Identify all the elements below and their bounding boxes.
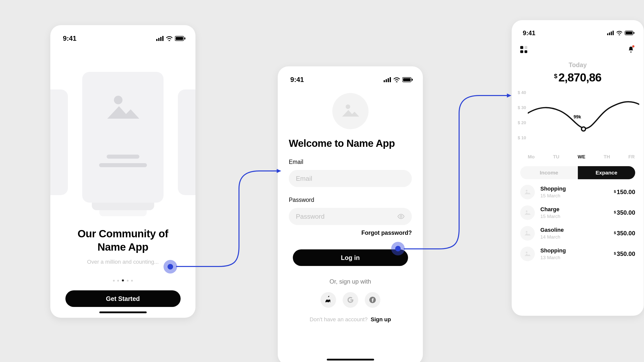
home-indicator	[99, 311, 147, 313]
wifi-icon	[616, 31, 623, 35]
transaction-icon	[520, 247, 535, 261]
svg-rect-21	[613, 31, 614, 35]
day-mo[interactable]: Mo	[528, 154, 535, 160]
transaction-list: Shopping15 March $150.00 Charge15 March …	[520, 185, 635, 261]
login-title: Welcome to Name App	[289, 138, 412, 149]
chart-svg	[528, 89, 639, 150]
status-bar: 9:41	[278, 66, 423, 85]
transaction-row[interactable]: Shopping13 March $350.00	[520, 247, 635, 261]
svg-point-29	[526, 251, 528, 253]
email-field[interactable]	[296, 175, 405, 183]
svg-point-27	[526, 210, 528, 212]
status-icons	[607, 31, 635, 35]
transaction-date: 15 March	[540, 214, 614, 219]
svg-rect-13	[403, 78, 411, 81]
svg-marker-31	[507, 94, 511, 98]
y-tick: $ 30	[518, 105, 526, 110]
signup-link[interactable]: Sign up	[371, 316, 391, 323]
notifications-button[interactable]	[627, 45, 635, 54]
cellular-icon	[384, 77, 391, 82]
balance-amount: $2,870,86	[512, 71, 644, 84]
svg-point-15	[346, 105, 350, 109]
status-time: 9:41	[523, 29, 535, 37]
cellular-icon	[156, 36, 164, 41]
google-icon	[347, 296, 354, 303]
svg-rect-2	[160, 37, 162, 41]
svg-rect-20	[611, 32, 612, 35]
transaction-amount: $350.00	[614, 230, 635, 237]
spending-chart[interactable]: $ 40 $ 30 $ 20 $ 10 99k Mo TU WE TH FR	[516, 89, 639, 160]
svg-rect-9	[386, 79, 387, 82]
email-label: Email	[289, 159, 412, 165]
transaction-icon	[520, 185, 535, 199]
svg-rect-3	[162, 36, 164, 41]
tab-expense[interactable]: Expance	[578, 166, 635, 179]
y-tick: $ 20	[518, 120, 526, 125]
svg-rect-10	[388, 78, 389, 82]
home-indicator	[327, 359, 374, 360]
svg-rect-23	[626, 32, 632, 34]
svg-rect-8	[384, 80, 385, 82]
transaction-date: 13 March	[540, 255, 614, 260]
transaction-row[interactable]: Gasoline14 March $350.00	[520, 226, 635, 241]
balance-value: 2,870,86	[558, 71, 601, 84]
dashboard-topbar	[512, 39, 644, 54]
svg-point-25	[581, 127, 585, 131]
login-button[interactable]: Log in	[293, 249, 408, 266]
tab-income[interactable]: Income	[520, 166, 578, 179]
svg-point-16	[400, 215, 402, 217]
svg-rect-19	[609, 32, 610, 35]
get-started-button[interactable]: Get Started	[65, 290, 181, 307]
svg-rect-6	[184, 37, 185, 39]
flow-hotspot	[391, 242, 405, 255]
placeholder-line	[99, 163, 147, 167]
day-fr[interactable]: FR	[628, 154, 635, 160]
income-expense-toggle: Income Expance	[520, 166, 635, 179]
carousel-card-active	[82, 72, 164, 203]
status-icons	[156, 36, 185, 41]
apple-icon	[325, 296, 332, 304]
cellular-icon	[607, 31, 614, 35]
day-we[interactable]: WE	[578, 154, 585, 160]
y-tick: $ 10	[518, 135, 526, 141]
transaction-row[interactable]: Shopping15 March $150.00	[520, 185, 635, 199]
signup-row: Don't have an account? Sign up	[278, 316, 423, 323]
facebook-login-button[interactable]	[365, 292, 380, 308]
currency-symbol: $	[554, 73, 557, 79]
svg-point-7	[114, 96, 123, 104]
transaction-title: Charge	[540, 206, 614, 213]
battery-icon	[175, 36, 185, 41]
svg-rect-5	[176, 37, 183, 40]
svg-rect-24	[633, 32, 634, 34]
transaction-amount: $150.00	[614, 189, 635, 196]
apple-login-button[interactable]	[320, 292, 336, 308]
transaction-row[interactable]: Charge15 March $350.00	[520, 205, 635, 220]
y-tick: $ 40	[518, 90, 526, 95]
page-indicator	[50, 280, 195, 282]
svg-marker-30	[277, 169, 281, 173]
dashboard-screen: 9:41 Today $2,870,86 $ 40 $ 30 $ 20 $ 10…	[512, 20, 644, 316]
svg-rect-18	[607, 33, 609, 35]
transaction-date: 15 March	[540, 193, 614, 199]
menu-grid-icon[interactable]	[520, 46, 527, 53]
forgot-password-link[interactable]: Forgot password?	[289, 230, 412, 236]
onboarding-carousel[interactable]	[50, 72, 195, 220]
carousel-card-prev	[50, 89, 68, 195]
flow-arrow	[404, 93, 512, 256]
chart-x-labels: Mo TU WE TH FR	[528, 154, 635, 160]
or-divider-text: Or, sign up with	[278, 278, 423, 285]
flow-arrow	[176, 168, 282, 274]
avatar-placeholder	[332, 93, 369, 129]
battery-icon	[402, 77, 413, 82]
google-login-button[interactable]	[343, 292, 358, 308]
transaction-title: Shopping	[540, 186, 614, 192]
day-tu[interactable]: TU	[553, 154, 559, 160]
password-field[interactable]	[296, 213, 397, 220]
svg-point-28	[526, 231, 528, 233]
day-th[interactable]: TH	[604, 154, 610, 160]
svg-rect-0	[156, 39, 157, 41]
chart-point-label: 99k	[574, 114, 581, 120]
today-label: Today	[512, 61, 644, 69]
transaction-icon	[520, 205, 535, 220]
flow-hotspot	[164, 260, 177, 274]
